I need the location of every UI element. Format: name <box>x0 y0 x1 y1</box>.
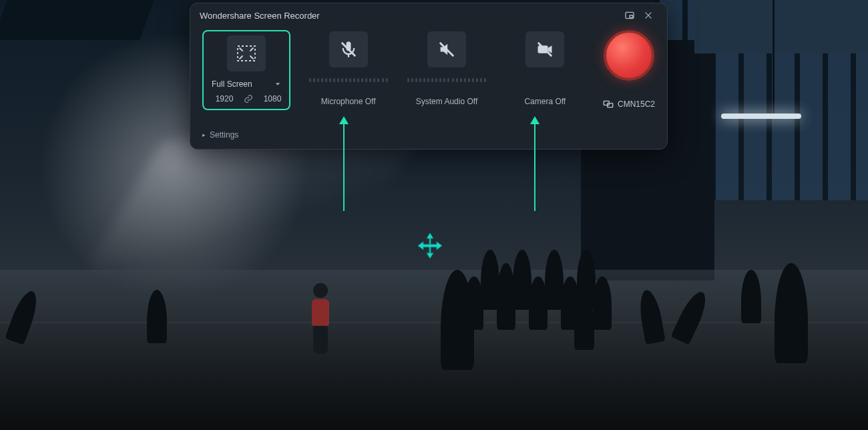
close-button[interactable] <box>639 7 658 23</box>
minimize-to-tray-button[interactable] <box>620 7 639 23</box>
system-audio-toggle-button[interactable] <box>427 31 466 67</box>
monitors-icon <box>603 99 614 109</box>
settings-label: Settings <box>210 130 238 140</box>
camera-label: Camera Off <box>524 97 566 106</box>
silhouette-crowd <box>467 250 641 330</box>
monitor-select[interactable]: CMN15C2 <box>603 99 655 109</box>
background-lightray <box>77 140 416 287</box>
speaker-off-icon <box>437 40 456 59</box>
triangle-right-icon: ▸ <box>202 132 206 138</box>
background-beam <box>694 0 868 53</box>
camera-off-icon <box>535 40 554 59</box>
panel-title: Wondershare Screen Recorder <box>200 11 320 21</box>
record-module: CMN15C2 <box>603 30 655 109</box>
microphone-off-icon <box>339 40 358 59</box>
capture-mode-select[interactable]: Full Screen <box>210 77 282 90</box>
screen-capture-group: Full Screen <box>202 30 290 110</box>
annotation-arrow <box>534 118 535 211</box>
camera-toggle-button[interactable] <box>525 31 564 67</box>
background-floor <box>0 270 868 430</box>
monitor-name: CMN15C2 <box>618 99 655 109</box>
recorder-panel: Wondershare Screen Recorder Full Screen <box>190 3 668 150</box>
capture-mode-label: Full Screen <box>212 79 252 89</box>
background-beam <box>0 0 154 40</box>
background-lamp-cable <box>773 0 775 117</box>
record-button[interactable] <box>604 30 654 81</box>
annotation-arrow <box>343 118 345 211</box>
microphone-module: Microphone Off <box>308 30 389 106</box>
move-cursor-icon[interactable] <box>416 232 444 260</box>
microphone-toggle-button[interactable] <box>329 31 368 67</box>
svg-rect-1 <box>630 15 633 17</box>
system-audio-level-slider[interactable] <box>407 77 486 83</box>
capture-area-button[interactable] <box>227 35 266 71</box>
mic-level-slider[interactable] <box>309 77 388 83</box>
background-lamp <box>721 114 801 119</box>
height-input[interactable] <box>258 94 286 103</box>
silhouette-boy <box>307 283 334 363</box>
pip-icon <box>624 10 635 21</box>
chevron-down-icon <box>274 81 281 87</box>
system-audio-label: System Audio Off <box>416 97 478 106</box>
panel-header: Wondershare Screen Recorder <box>190 3 667 27</box>
microphone-label: Microphone Off <box>321 97 376 106</box>
close-icon <box>644 11 653 20</box>
link-icon <box>244 94 253 103</box>
capture-area-icon <box>236 45 256 62</box>
width-input[interactable] <box>210 94 238 103</box>
resolution-row <box>210 94 282 103</box>
lock-aspect-button[interactable] <box>242 94 254 103</box>
background-floorline <box>0 322 868 323</box>
system-audio-module: System Audio Off <box>406 30 487 106</box>
camera-module: Camera Off <box>505 30 586 106</box>
settings-expander[interactable]: ▸ Settings <box>202 130 238 140</box>
